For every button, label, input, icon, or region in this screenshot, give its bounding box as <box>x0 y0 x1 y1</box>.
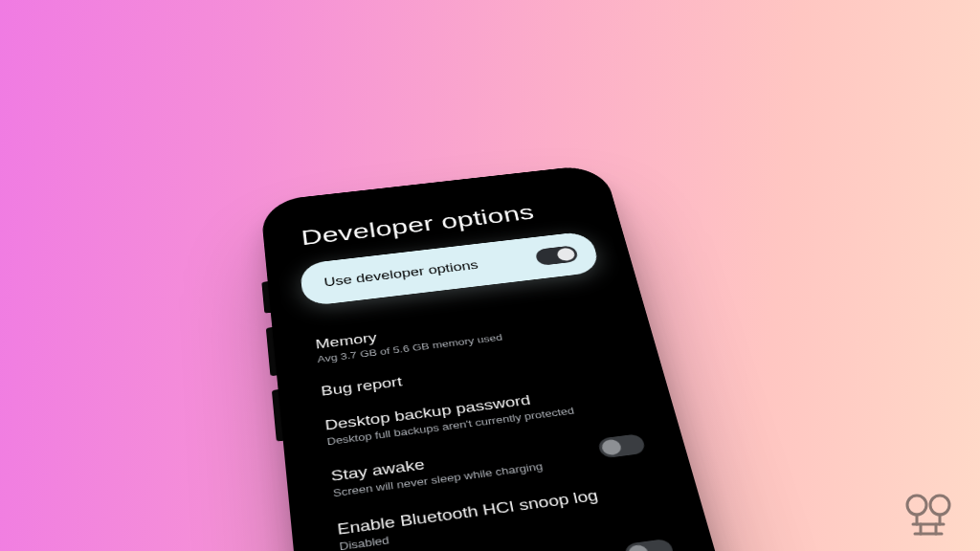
phone-side-button-icon <box>272 389 283 441</box>
stay-awake-toggle[interactable] <box>597 433 647 458</box>
toggle-knob-icon <box>627 543 651 551</box>
phone-mockup: Developer options Use developer options … <box>260 164 801 551</box>
row-title: Bug report <box>320 373 403 400</box>
row-title: OEM unlocking <box>343 547 550 551</box>
phone-side-button-icon <box>261 281 271 313</box>
use-developer-options-toggle[interactable] <box>535 245 580 266</box>
phone-screen: Developer options Use developer options … <box>273 173 782 551</box>
toggle-knob-icon <box>556 247 576 261</box>
svg-point-0 <box>907 496 926 515</box>
oem-unlocking-toggle[interactable] <box>623 538 675 551</box>
row-bluetooth-hci-snoop-log[interactable]: Enable Bluetooth HCI snoop log Disabled <box>327 468 669 551</box>
phone-side-button-icon <box>266 327 277 376</box>
watermark-robot-icon <box>900 492 957 538</box>
row-title: Enable Bluetooth HCI snoop log <box>336 486 600 540</box>
stage: Developer options Use developer options … <box>0 0 980 551</box>
svg-point-1 <box>930 496 949 515</box>
toggle-knob-icon <box>600 439 622 456</box>
use-developer-options-label: Use developer options <box>323 258 479 290</box>
row-subtitle: Disabled <box>339 506 604 551</box>
